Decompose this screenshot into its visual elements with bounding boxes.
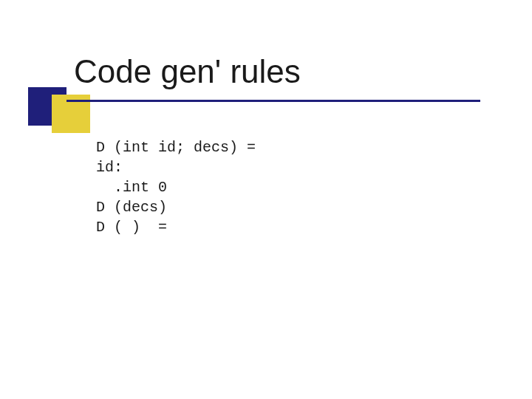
slide: Code gen' rules D (int id; decs) = id: .… [0, 0, 532, 399]
title-underline [66, 100, 480, 102]
code-line: D (int id; decs) = [96, 139, 256, 156]
code-line: D (decs) [96, 199, 167, 216]
code-line: .int 0 [96, 179, 167, 196]
code-block: D (int id; decs) = id: .int 0 D (decs) D… [96, 137, 256, 237]
code-line: id: [96, 159, 123, 176]
slide-title: Code gen' rules [74, 53, 301, 90]
code-line: D ( ) = [96, 219, 167, 236]
